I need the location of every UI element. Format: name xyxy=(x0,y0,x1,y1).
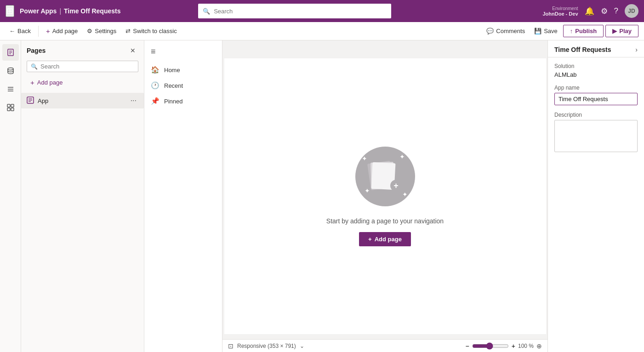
svg-rect-10 xyxy=(7,108,10,111)
environment-selector[interactable]: Environment JohnDoe - Dev xyxy=(542,6,578,17)
svg-rect-8 xyxy=(7,104,10,107)
publish-button[interactable]: ↑ Publish xyxy=(563,25,604,37)
home-icon: 🏠 xyxy=(151,66,160,74)
canvas-add-page-label: Add page xyxy=(375,236,402,243)
bottom-bar: ⊡ Responsive (353 × 791) ⌄ − + 100 % ⊕ xyxy=(222,339,547,352)
canvas-add-plus-icon: + xyxy=(368,236,372,243)
solution-field-group: Solution ALMLab xyxy=(554,63,638,78)
comments-button[interactable]: 💬 Comments xyxy=(483,26,529,36)
pages-close-button[interactable]: ✕ xyxy=(127,45,138,56)
add-page-panel-button[interactable]: + Add page xyxy=(27,76,138,89)
add-page-label: Add page xyxy=(52,28,78,34)
pinned-icon: 📌 xyxy=(151,97,160,105)
zoom-controls: − + 100 % ⊕ xyxy=(466,342,542,350)
canvas-add-page-button[interactable]: + Add page xyxy=(359,232,411,246)
top-nav-icons: Environment JohnDoe - Dev 🔔 ⚙ ? JD xyxy=(542,4,638,18)
nav-item-recent[interactable]: 🕐 Recent xyxy=(144,78,222,93)
right-panel-expand-button[interactable]: › xyxy=(635,46,638,53)
description-label: Description xyxy=(554,112,638,118)
toolbar-right-actions: 💬 Comments 💾 Save ↑ Publish ▶ Play xyxy=(483,25,638,37)
play-label: Play xyxy=(619,28,632,34)
toolbar: ← Back + Add page ⚙ Settings ⇄ Switch to… xyxy=(0,22,644,40)
waffle-menu-button[interactable]: ⊞ xyxy=(6,5,14,17)
canvas-inner: ✦ ✦ ✦ ✦ + Start by adding a page to your… xyxy=(224,58,546,334)
avatar[interactable]: JD xyxy=(625,4,638,18)
zoom-slider[interactable] xyxy=(472,342,509,350)
solution-value: ALMLab xyxy=(554,71,638,78)
search-input[interactable] xyxy=(214,8,387,15)
pages-stack-illustration: + xyxy=(369,159,401,193)
top-navigation: ⊞ Power Apps | Time Off Requests 🔍 Envir… xyxy=(0,0,644,22)
settings-gear-icon: ⚙ xyxy=(87,28,92,34)
settings-icon-button[interactable]: ⚙ xyxy=(601,6,608,16)
play-icon: ▶ xyxy=(612,28,617,34)
play-button[interactable]: ▶ Play xyxy=(605,25,638,37)
zoom-target-icon: ⊕ xyxy=(536,342,542,350)
comments-label: Comments xyxy=(496,28,525,34)
app-title-label: Time Off Requests xyxy=(64,7,120,15)
page-icon xyxy=(27,97,34,105)
responsive-label: Responsive (353 × 791) xyxy=(237,343,296,349)
responsive-chevron-icon: ⌄ xyxy=(300,343,304,349)
right-panel-title: Time Off Requests xyxy=(554,46,611,53)
global-search-box[interactable]: 🔍 xyxy=(198,4,391,18)
back-button[interactable]: ← Back xyxy=(6,26,34,36)
pages-search-icon: 🔍 xyxy=(31,63,38,70)
save-button[interactable]: 💾 Save xyxy=(530,26,561,36)
description-textarea[interactable] xyxy=(554,120,638,152)
app-name-field-group: App name xyxy=(554,85,638,105)
comments-icon: 💬 xyxy=(486,28,494,34)
page-item-more-button[interactable]: ··· xyxy=(129,96,138,106)
sidebar-pages-button[interactable] xyxy=(2,44,19,61)
back-label: Back xyxy=(17,28,31,34)
pages-panel: Pages ✕ 🔍 + Add page App ··· xyxy=(21,40,144,352)
zoom-plus-button[interactable]: + xyxy=(512,342,515,350)
settings-button[interactable]: ⚙ Settings xyxy=(83,26,120,36)
nav-preview-panel: ≡ 🏠 Home 🕐 Recent 📌 Pinned xyxy=(144,40,222,352)
nav-home-label: Home xyxy=(164,67,180,74)
sparkle-br: ✦ xyxy=(402,191,408,198)
sparkle-tl: ✦ xyxy=(362,155,367,162)
help-button[interactable]: ? xyxy=(614,6,618,16)
settings-label: Settings xyxy=(95,28,116,34)
sidebar-list-button[interactable] xyxy=(2,81,19,97)
back-arrow-icon: ← xyxy=(9,28,15,34)
nav-recent-label: Recent xyxy=(164,82,183,89)
right-panel-body: Solution ALMLab App name Description xyxy=(548,57,644,159)
page-item-app[interactable]: App ··· xyxy=(21,93,144,108)
pages-search-input[interactable] xyxy=(40,63,134,70)
pages-panel-title: Pages xyxy=(27,47,46,54)
nav-item-home[interactable]: 🏠 Home xyxy=(144,62,222,78)
brand-title: Power Apps | Time Off Requests xyxy=(20,7,120,15)
publish-label: Publish xyxy=(575,28,597,34)
save-label: Save xyxy=(544,28,558,34)
publish-icon: ↑ xyxy=(570,28,573,34)
app-name-label: App name xyxy=(554,85,638,91)
recent-icon: 🕐 xyxy=(151,81,160,90)
solution-label: Solution xyxy=(554,63,638,69)
sidebar-data-button[interactable] xyxy=(2,62,19,79)
plus-icon: + xyxy=(46,27,50,35)
switch-classic-button[interactable]: ⇄ Switch to classic xyxy=(122,26,180,36)
svg-rect-9 xyxy=(11,104,14,107)
save-icon: 💾 xyxy=(534,28,541,34)
notification-button[interactable]: 🔔 xyxy=(585,6,594,16)
description-field-group: Description xyxy=(554,112,638,153)
main-layout: Pages ✕ 🔍 + Add page App ··· ≡ 🏠 Home 🕐 … xyxy=(0,40,644,352)
sidebar-components-button[interactable] xyxy=(2,99,19,116)
add-page-button[interactable]: + Add page xyxy=(42,25,81,37)
switch-classic-label: Switch to classic xyxy=(133,28,177,34)
pages-search-box[interactable]: 🔍 xyxy=(27,61,138,72)
power-apps-label: Power Apps xyxy=(20,7,57,15)
environment-label: Environment xyxy=(552,6,578,11)
zoom-minus-button[interactable]: − xyxy=(466,342,469,350)
nav-item-pinned[interactable]: 📌 Pinned xyxy=(144,93,222,109)
icon-sidebar xyxy=(0,40,21,352)
add-page-plus-icon: + xyxy=(30,79,34,86)
app-name-input[interactable] xyxy=(554,93,638,105)
environment-name: JohnDoe - Dev xyxy=(542,11,578,17)
brand-separator: | xyxy=(59,7,61,15)
zoom-value-label: 100 % xyxy=(518,343,534,349)
nav-menu-icon[interactable]: ≡ xyxy=(144,45,222,58)
canvas-area: ✦ ✦ ✦ ✦ + Start by adding a page to your… xyxy=(222,40,547,352)
